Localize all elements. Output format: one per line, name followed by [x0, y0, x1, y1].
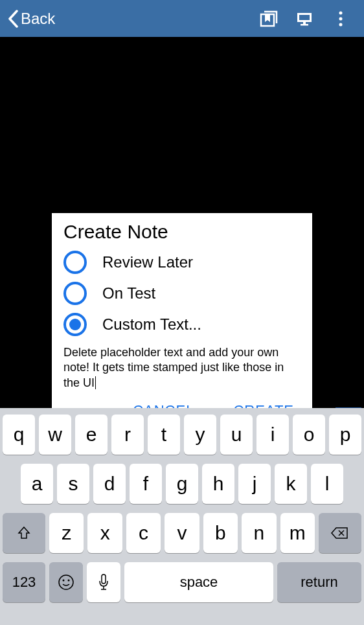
key-a[interactable]: a	[21, 464, 53, 504]
key-r[interactable]: r	[111, 415, 144, 455]
key-mic[interactable]	[87, 562, 120, 602]
svg-rect-3	[303, 22, 306, 24]
back-button[interactable]: Back	[8, 10, 55, 28]
app-header: Back	[0, 0, 364, 37]
radio-custom-text[interactable]: Custom Text...	[63, 309, 301, 340]
back-label: Back	[21, 10, 55, 28]
create-note-dialog: Create Note Review Later On Test Custom …	[52, 213, 312, 428]
key-p[interactable]: p	[329, 415, 361, 455]
key-w[interactable]: w	[39, 415, 71, 455]
note-text-input[interactable]: Delete placeholder text and add your own…	[63, 345, 301, 391]
key-l[interactable]: l	[311, 464, 343, 504]
svg-point-5	[339, 11, 343, 14]
key-shift[interactable]	[3, 513, 45, 553]
svg-rect-2	[299, 15, 310, 20]
key-d[interactable]: d	[93, 464, 126, 504]
svg-point-6	[339, 17, 343, 20]
key-backspace[interactable]	[319, 513, 361, 553]
keyboard-row-4: 123 space return	[3, 562, 361, 602]
radio-icon	[63, 282, 87, 305]
radio-icon-selected	[63, 313, 87, 336]
key-numbers[interactable]: 123	[3, 562, 45, 602]
key-v[interactable]: v	[165, 513, 199, 553]
key-z[interactable]: z	[49, 513, 84, 553]
text-cursor	[95, 376, 96, 389]
key-f[interactable]: f	[130, 464, 162, 504]
note-type-radio-group: Review Later On Test Custom Text...	[63, 247, 301, 340]
key-emoji[interactable]	[49, 562, 83, 602]
key-g[interactable]: g	[166, 464, 198, 504]
keyboard-row-2: a s d f g h j k l	[3, 464, 361, 504]
svg-point-11	[63, 580, 65, 582]
keyboard: q w e r t y u i o p a s d f g h j k l z …	[0, 408, 364, 625]
more-menu-icon[interactable]	[325, 3, 356, 34]
radio-label: Custom Text...	[102, 315, 201, 334]
dialog-title: Create Note	[63, 221, 301, 243]
radio-on-test[interactable]: On Test	[63, 278, 301, 309]
key-m[interactable]: m	[280, 513, 315, 553]
svg-rect-13	[102, 574, 106, 584]
chevron-left-icon	[8, 10, 18, 28]
key-h[interactable]: h	[202, 464, 234, 504]
radio-icon	[63, 251, 87, 274]
key-u[interactable]: u	[220, 415, 253, 455]
key-return[interactable]: return	[277, 562, 361, 602]
key-i[interactable]: i	[256, 415, 289, 455]
key-o[interactable]: o	[293, 415, 325, 455]
key-b[interactable]: b	[203, 513, 238, 553]
bookmark-collection-icon[interactable]	[253, 3, 284, 34]
key-x[interactable]: x	[87, 513, 122, 553]
key-s[interactable]: s	[57, 464, 89, 504]
key-space[interactable]: space	[124, 562, 273, 602]
key-k[interactable]: k	[275, 464, 307, 504]
radio-label: On Test	[102, 284, 155, 302]
key-e[interactable]: e	[75, 415, 108, 455]
svg-point-7	[339, 23, 343, 26]
key-c[interactable]: c	[126, 513, 161, 553]
svg-point-10	[59, 575, 73, 589]
keyboard-row-1: q w e r t y u i o p	[3, 415, 361, 455]
presentation-icon[interactable]	[289, 3, 320, 34]
svg-point-12	[68, 580, 70, 582]
key-n[interactable]: n	[242, 513, 276, 553]
svg-rect-4	[301, 24, 308, 26]
radio-label: Review Later	[102, 253, 193, 271]
key-y[interactable]: y	[184, 415, 216, 455]
radio-review-later[interactable]: Review Later	[63, 247, 301, 278]
key-j[interactable]: j	[238, 464, 271, 504]
key-q[interactable]: q	[3, 415, 35, 455]
key-t[interactable]: t	[148, 415, 180, 455]
keyboard-row-3: z x c v b n m	[3, 513, 361, 553]
